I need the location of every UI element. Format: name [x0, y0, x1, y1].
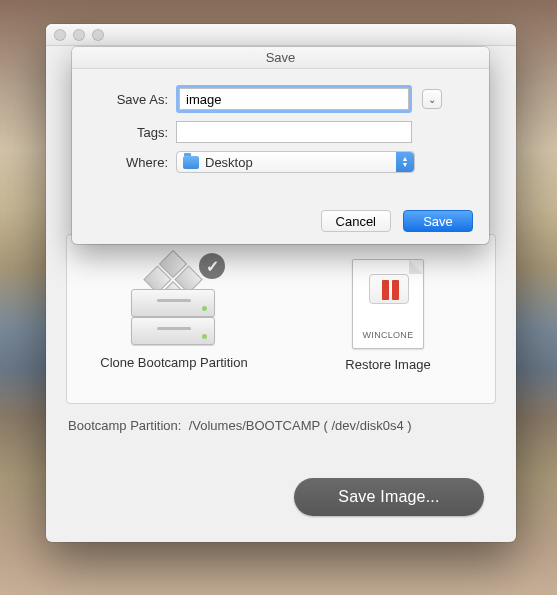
- drive-stack-icon: [131, 259, 217, 347]
- document-icon: WINCLONE: [352, 259, 424, 349]
- saveas-label: Save As:: [90, 92, 168, 107]
- restore-label: Restore Image: [303, 357, 473, 372]
- tags-label: Tags:: [90, 125, 168, 140]
- clone-tile[interactable]: Clone Bootcamp Partition: [89, 259, 259, 370]
- save-sheet: Save Save As: ⌄ Tags: Where: Desktop ▲▼ …: [72, 47, 489, 244]
- parallels-icon: [369, 274, 409, 304]
- save-form: Save As: ⌄ Tags: Where: Desktop ▲▼: [72, 69, 489, 173]
- saveas-focus: [176, 85, 412, 113]
- saveas-input[interactable]: [179, 88, 409, 110]
- updown-icon: ▲▼: [396, 152, 414, 172]
- expand-button[interactable]: ⌄: [422, 89, 442, 109]
- folder-icon: [183, 156, 199, 169]
- check-icon: [199, 253, 225, 279]
- where-label: Where:: [90, 155, 168, 170]
- status-line: Bootcamp Partition: /Volumes/BOOTCAMP ( …: [68, 418, 412, 433]
- minimize-icon[interactable]: [73, 29, 85, 41]
- winclone-badge: WINCLONE: [353, 330, 423, 340]
- status-value: /Volumes/BOOTCAMP ( /dev/disk0s4 ): [189, 418, 412, 433]
- zoom-icon[interactable]: [92, 29, 104, 41]
- clone-label: Clone Bootcamp Partition: [89, 355, 259, 370]
- where-value: Desktop: [205, 155, 253, 170]
- restore-tile[interactable]: WINCLONE Restore Image: [303, 259, 473, 372]
- cancel-button[interactable]: Cancel: [321, 210, 391, 232]
- save-image-button[interactable]: Save Image...: [294, 478, 484, 516]
- chevron-down-icon: ⌄: [428, 94, 436, 105]
- save-button[interactable]: Save: [403, 210, 473, 232]
- traffic-lights[interactable]: [54, 29, 104, 41]
- sheet-title: Save: [72, 47, 489, 69]
- status-label: Bootcamp Partition:: [68, 418, 181, 433]
- close-icon[interactable]: [54, 29, 66, 41]
- titlebar: [46, 24, 516, 46]
- where-select[interactable]: Desktop ▲▼: [176, 151, 415, 173]
- tags-input[interactable]: [176, 121, 412, 143]
- actions-panel: Clone Bootcamp Partition WINCLONE Restor…: [66, 234, 496, 404]
